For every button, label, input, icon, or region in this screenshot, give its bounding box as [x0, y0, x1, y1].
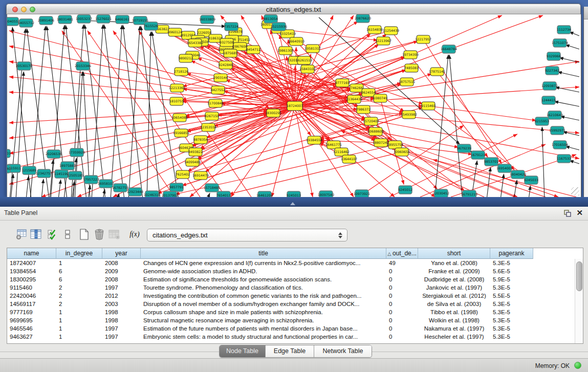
table-row[interactable]: 1456911722003Disruption of a novel membe… — [7, 300, 575, 308]
graph-node-label: 7625402 — [176, 172, 190, 176]
graph-node-label: 19384554 — [306, 138, 322, 142]
graph-node-label: 16958107 — [98, 182, 114, 185]
graph-node-label: 21364436 — [346, 97, 362, 101]
close-panel-icon[interactable]: ✕ — [576, 208, 583, 217]
vertical-scrollbar[interactable] — [575, 259, 583, 343]
column-header-out_de[interactable]: △out_de... — [386, 248, 418, 259]
column-header-name[interactable]: name — [7, 248, 56, 259]
graph-node-label: 8267150 — [205, 114, 219, 118]
column-header-in_degree[interactable]: in_degree — [56, 248, 102, 259]
table-cell: 5.9E-5 — [490, 275, 533, 283]
graph-node-label: 20153346 — [75, 64, 91, 68]
graph-node-label: 15751074 — [552, 41, 568, 45]
graph-node-label: 9245012 — [398, 188, 412, 191]
citation-network-graph[interactable]: 1872400776638229960124891295422260589127… — [7, 14, 581, 197]
table-row[interactable]: 1938455462009Genome-wide association stu… — [7, 267, 575, 275]
table-settings-button[interactable] — [14, 227, 29, 242]
graph-node-label: 15720407 — [363, 119, 379, 123]
table-row[interactable]: 946362711997Embryonic stem cells: a mode… — [7, 333, 575, 341]
new-document-button[interactable] — [77, 227, 91, 242]
table-row[interactable]: 977716911998Corpus callosum shape and si… — [7, 308, 575, 316]
graph-node-label: 13644107 — [341, 157, 357, 161]
graph-node-label: 16782759 — [112, 186, 128, 189]
graph-node-label: 12505185 — [67, 173, 83, 177]
table-row[interactable]: 969969511998Structural magnetic resonanc… — [7, 316, 575, 324]
graph-node-label: 15276021 — [95, 17, 112, 20]
graph-node-label: 1112734 — [557, 28, 571, 31]
table-cell: 6 — [56, 275, 102, 283]
citation-edge-black — [434, 55, 448, 197]
network-canvas[interactable]: 1872400776638229960124891295422260589127… — [7, 14, 581, 197]
graph-node-label: 6466161 — [115, 17, 129, 21]
citation-edge-black — [559, 58, 579, 62]
network-window: citations_edges.txt 18724007766382299601… — [6, 4, 581, 197]
table-cell: 0 — [386, 275, 418, 283]
table-columns-button[interactable] — [29, 227, 43, 242]
graph-node-label: 10654085 — [171, 116, 188, 119]
tab-network-table[interactable]: Network Table — [314, 345, 372, 357]
table-row[interactable]: 1872400712008Changes of HCN gene express… — [7, 259, 575, 267]
scrollbar-thumb[interactable] — [576, 261, 582, 291]
delete-button[interactable] — [92, 227, 106, 242]
graph-node-label: 20530170 — [16, 64, 32, 68]
citation-edge-red — [113, 106, 295, 197]
function-builder-button[interactable]: f(x) — [126, 227, 143, 242]
graph-node-label: 19166855 — [173, 131, 189, 135]
graph-node-label: 8878354 — [193, 138, 208, 141]
graph-node-label: 12213967 — [375, 39, 391, 42]
tab-node-table[interactable]: Node Table — [220, 345, 266, 357]
table-cell: Stergiakouli et al. (2012) — [418, 292, 490, 300]
graph-node-label: 19734393 — [402, 53, 419, 56]
graph-node-label: 8813054 — [264, 17, 278, 20]
graph-node-label: 7485083 — [404, 66, 419, 70]
graph-node-label: 14099489 — [184, 160, 201, 164]
graph-node-label: 20137902 — [162, 193, 178, 197]
table-cell: 5.3E-5 — [490, 308, 533, 316]
table-cell: 2 — [56, 292, 102, 300]
column-header-short[interactable]: short — [418, 248, 490, 259]
table-row[interactable]: 1830029562008Estimation of significance … — [7, 275, 575, 283]
select-columns-button[interactable] — [45, 227, 59, 242]
citation-edge-red — [313, 21, 358, 49]
graph-node-label: 1003540 — [7, 167, 11, 170]
table-cell: Structural magnetic resonance image aver… — [141, 316, 386, 324]
table-cell: 9465546 — [7, 324, 56, 333]
graph-node-label: 16543382 — [187, 41, 203, 45]
table-panel-title: Table Panel — [4, 209, 37, 216]
table-row[interactable]: 946554611997Estimation of the future num… — [7, 324, 575, 333]
column-header-year[interactable]: year — [102, 248, 141, 259]
graph-node-label: 10053237 — [76, 17, 92, 20]
table-cell: Disruption of a novel member of a sodium… — [141, 300, 386, 308]
graph-node-label: 9777169 — [335, 81, 350, 84]
graph-node-label: 10719155 — [132, 18, 148, 22]
table-row[interactable]: 911546021997Tourette syndrome. Phenomeno… — [7, 283, 575, 292]
graph-node-label: 1244415 — [541, 98, 556, 102]
column-header-title[interactable]: title — [141, 248, 386, 259]
graph-node-label: 8679239 — [457, 146, 471, 150]
citation-edge-black — [514, 180, 517, 197]
table-cell: 2012 — [102, 292, 141, 300]
graph-node-label: 11700846 — [207, 101, 224, 105]
graph-node-label: 3493822 — [188, 150, 203, 154]
table-cell: 5.5E-5 — [490, 292, 533, 300]
graph-node-label: 14055712 — [18, 21, 34, 25]
column-header-pagerank[interactable]: pagerank — [490, 248, 533, 259]
tab-edge-table[interactable]: Edge Table — [266, 345, 314, 357]
window-splitter[interactable] — [0, 197, 588, 207]
table-selector-dropdown[interactable]: citations_edges.txt — [147, 229, 347, 242]
table-cell: 0 — [386, 333, 418, 341]
row-height-button[interactable] — [60, 227, 75, 242]
table-cell: 5.3E-5 — [490, 300, 533, 308]
table-cell: 18300295 — [7, 275, 56, 283]
network-window-titlebar[interactable]: citations_edges.txt — [6, 4, 581, 14]
graph-node-label: 746266 — [351, 86, 363, 90]
table-cell: 0 — [386, 292, 418, 300]
table-cell: 2 — [56, 300, 102, 308]
table-row[interactable]: 2242004622012Investigating the contribut… — [7, 292, 575, 300]
float-panel-icon[interactable] — [563, 209, 572, 217]
citation-edge-black — [565, 146, 579, 150]
resize-grip-icon[interactable] — [571, 187, 579, 195]
table-cell: 1998 — [102, 308, 141, 316]
graph-node-label: 18097540 — [318, 193, 334, 196]
table-cell: 5.3E-5 — [490, 316, 533, 324]
